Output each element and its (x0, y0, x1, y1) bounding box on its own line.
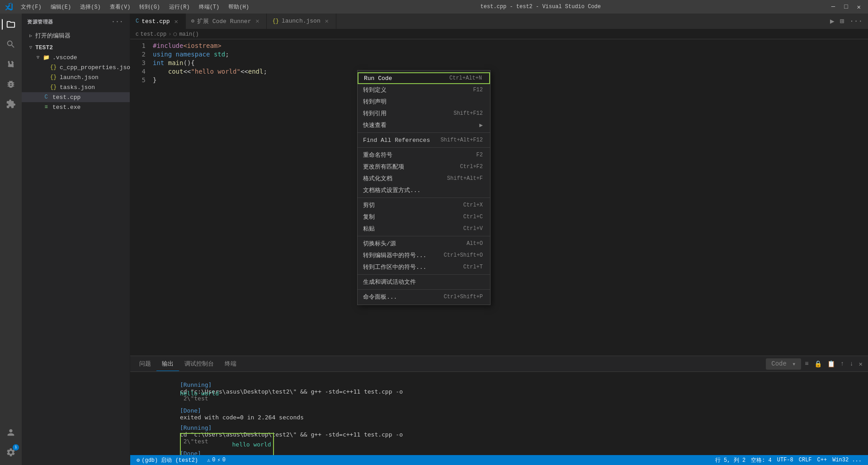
context-menu-change-all[interactable]: 更改所有匹配项 Ctrl+F2 (358, 161, 490, 173)
settings-activity-icon[interactable]: 1 (2, 443, 20, 461)
menu-help[interactable]: 帮助(H) (225, 2, 253, 12)
language-label: C++ (817, 457, 827, 463)
menu-run[interactable]: 运行(R) (165, 2, 193, 12)
encoding-item[interactable]: UTF-8 (774, 455, 796, 465)
breadcrumb-symbol[interactable]: main() (179, 31, 198, 38)
context-menu-format-with[interactable]: 文档格式设置方式... (358, 184, 490, 196)
minimize-button[interactable]: ─ (829, 2, 838, 12)
context-menu: Run Code Ctrl+Alt+N 转到定义 F12 转到声明 转到引用 S… (357, 70, 491, 305)
terminal-tab-problems[interactable]: 问题 (134, 357, 156, 371)
debug-status-item[interactable]: ⚙ (gdb) 启动 (test2) (134, 455, 201, 465)
project-label: TEST2 (35, 44, 53, 51)
platform-item[interactable]: Win32 ... (830, 455, 864, 465)
context-menu-run-code[interactable]: Run Code Ctrl+Alt+N (358, 72, 490, 84)
paste-shortcut: Ctrl+V (463, 225, 483, 232)
menu-edit[interactable]: 编辑(E) (47, 2, 75, 12)
search-activity-icon[interactable] (2, 35, 20, 53)
account-activity-icon[interactable] (2, 423, 20, 442)
tab-layout-icon[interactable]: ⊞ (838, 16, 846, 27)
context-menu-format-doc[interactable]: 格式化文档 Shift+Alt+F (358, 173, 490, 184)
terminal-tab-terminal[interactable]: 终端 (219, 357, 242, 371)
context-menu-quick-look[interactable]: 快速查看 ▶ (358, 119, 490, 131)
copy-shortcut: Ctrl+C (463, 214, 483, 220)
line-ending-item[interactable]: CRLF (796, 455, 815, 465)
sidebar-item-test-cpp[interactable]: ▷ C test.cpp (22, 92, 130, 102)
terminal-close-icon[interactable]: ✕ (857, 359, 864, 369)
terminal-tab-debug[interactable]: 调试控制台 (179, 357, 219, 371)
terminal-content: [Running] cd "c:\Users\asus\Desktop\test… (130, 372, 868, 455)
sidebar-item-vscode[interactable]: ▽ 📁 .vscode (22, 52, 130, 62)
terminal-scroll-down-icon[interactable]: ↓ (848, 359, 855, 368)
maximize-button[interactable]: □ (841, 2, 850, 12)
tabs-bar-actions: ▶ ⊞ ··· (828, 14, 868, 29)
context-menu-paste[interactable]: 粘贴 Ctrl+V (358, 223, 490, 235)
sidebar-item-tasks-json[interactable]: ▷ {} tasks.json (22, 82, 130, 92)
breadcrumb-file[interactable]: test.cpp (141, 31, 167, 38)
language-item[interactable]: C++ (815, 455, 830, 465)
breadcrumb: C test.cpp › ⬡ main() (130, 29, 868, 39)
terminal-done-1: [Done] (180, 407, 205, 414)
sidebar-item-test-exe[interactable]: ▷ ≡ test.exe (22, 102, 130, 112)
context-menu-switch-header[interactable]: 切换标头/源 Alt+O (358, 238, 490, 249)
context-menu-goto-symbol-editor[interactable]: 转到编辑器中的符号... Ctrl+Shift+O (358, 249, 490, 261)
menu-sep-6 (358, 289, 490, 290)
platform-label: Win32 ... (832, 457, 862, 463)
close-button[interactable]: ✕ (854, 2, 863, 12)
explorer-activity-icon[interactable] (2, 15, 20, 33)
scm-activity-icon[interactable] (2, 55, 20, 73)
terminal-tab-output[interactable]: 输出 (156, 357, 179, 371)
project-root[interactable]: ▽ TEST2 (22, 42, 130, 52)
generate-debug-label: 生成和调试活动文件 (363, 278, 479, 286)
context-menu-rename[interactable]: 重命名符号 F2 (358, 149, 490, 161)
terminal-scroll-up-icon[interactable]: ↑ (839, 359, 846, 368)
context-menu-goto-ref[interactable]: 转到引用 Shift+F12 (358, 108, 490, 119)
debug-activity-icon[interactable] (2, 75, 20, 93)
context-menu-generate-debug[interactable]: 生成和调试活动文件 (358, 276, 490, 288)
sidebar-more-icon[interactable]: ··· (110, 17, 124, 26)
extensions-activity-icon[interactable] (2, 95, 20, 113)
tab-code-runner[interactable]: ⚙ 扩展 Code Runner ✕ (186, 14, 267, 29)
tab-more-icon[interactable]: ··· (848, 16, 864, 26)
menu-file[interactable]: 文件(F) (17, 2, 45, 12)
tab-code-runner-close[interactable]: ✕ (254, 18, 261, 25)
line-code-2: using namespace std; (153, 51, 868, 58)
tab-launch-json[interactable]: {} launch.json ✕ (267, 14, 336, 29)
context-menu-cut[interactable]: 剪切 Ctrl+X (358, 199, 490, 211)
terminal-list-icon[interactable]: ≡ (803, 359, 810, 368)
menu-select[interactable]: 选择(S) (76, 2, 104, 12)
menu-view[interactable]: 查看(V) (106, 2, 134, 12)
run-code-shortcut: Ctrl+Alt+N (449, 75, 482, 81)
code-editor[interactable]: 1 #include<iostream> 2 using namespace s… (130, 39, 868, 356)
terminal-done-text-1: exited with code=0 in 2.264 seconds (180, 414, 304, 421)
tab-split-icon[interactable]: ▶ (828, 16, 836, 27)
tab-test-cpp-close[interactable]: ✕ (173, 18, 180, 25)
cursor-position-item[interactable]: 行 5, 列 2 (712, 455, 748, 465)
settings-badge: 1 (13, 444, 19, 451)
context-menu-find-refs[interactable]: Find All References Shift+Alt+F12 (358, 134, 490, 146)
status-bar: ⚙ (gdb) 启动 (test2) ⚠ 0 ⚡ 0 行 5, 列 2 空格: … (130, 455, 868, 465)
context-menu-command-palette[interactable]: 命令面板... Ctrl+Shift+P (358, 291, 490, 303)
sidebar-item-launch-json[interactable]: ▷ {} launch.json (22, 72, 130, 82)
menu-terminal[interactable]: 终端(T) (195, 2, 223, 12)
context-menu-copy[interactable]: 复制 Ctrl+C (358, 211, 490, 223)
warning-icon: ⚡ (217, 457, 221, 464)
menu-goto[interactable]: 转到(G) (136, 2, 164, 12)
terminal-lock-icon[interactable]: 🔒 (812, 359, 824, 369)
terminal-dropdown[interactable]: Code ▾ (766, 358, 801, 370)
goto-symbol-workspace-label: 转到工作区中的符号... (363, 263, 460, 271)
quick-look-label: 快速查看 (363, 121, 477, 129)
line-ending-label: CRLF (799, 457, 812, 463)
terminal-copy-icon[interactable]: 📋 (826, 359, 837, 369)
sidebar-item-c-cpp-properties[interactable]: ▷ {} c_cpp_properties.json (22, 62, 130, 72)
tab-test-cpp[interactable]: C test.cpp ✕ (130, 14, 186, 29)
indent-item[interactable]: 空格: 4 (748, 455, 774, 465)
context-menu-goto-decl[interactable]: 转到声明 (358, 96, 490, 108)
format-doc-label: 格式化文档 (363, 174, 443, 183)
tab-launch-json-close[interactable]: ✕ (323, 18, 330, 25)
find-refs-label: Find All References (363, 137, 437, 144)
test-exe-label: test.exe (52, 104, 80, 111)
context-menu-goto-def[interactable]: 转到定义 F12 (358, 84, 490, 96)
open-editors-header[interactable]: ▷ 打开的编辑器 (22, 31, 130, 41)
context-menu-goto-symbol-workspace[interactable]: 转到工作区中的符号... Ctrl+T (358, 261, 490, 273)
errors-status-item[interactable]: ⚠ 0 ⚡ 0 (204, 455, 228, 465)
